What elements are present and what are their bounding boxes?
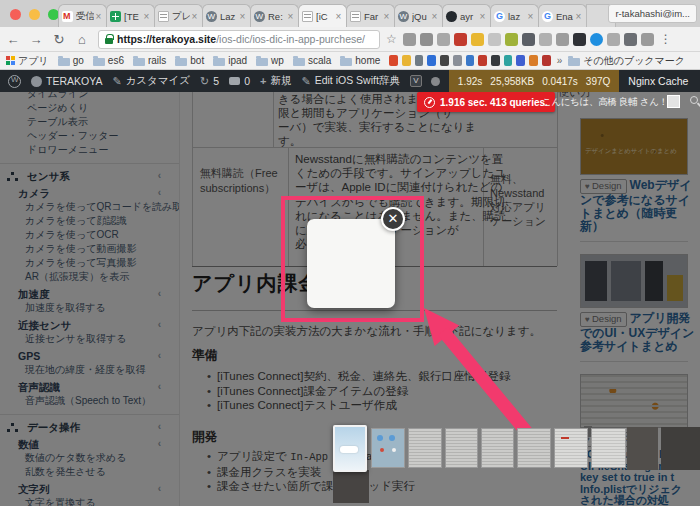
screenshot-thumbnail-selected[interactable]: [333, 425, 367, 472]
query-monitor-stats[interactable]: 1.92s 25,958KB 0.0417s 397Q: [449, 70, 619, 92]
plus-icon: [260, 75, 266, 87]
tab-close-icon[interactable]: [286, 12, 295, 21]
tab-active[interactable]: [iC: [298, 4, 347, 27]
bookmark-apps[interactable]: アプリ: [6, 54, 49, 68]
screen-icon[interactable]: [573, 33, 586, 46]
notes-icon[interactable]: [471, 33, 484, 46]
bookmark-folder-home[interactable]: home: [340, 55, 380, 66]
sitemap-icon[interactable]: [454, 33, 467, 46]
adminbar-comments[interactable]: 0: [229, 75, 250, 87]
tab-doc[interactable]: プレ: [154, 4, 203, 27]
tab-wordpress-1[interactable]: Laz: [202, 4, 251, 27]
query-monitor-badge[interactable]: 1.916 sec. 413 queries.: [417, 92, 555, 112]
screenshot-thumbnail[interactable]: [554, 428, 588, 468]
tab-google-1[interactable]: laz: [490, 4, 539, 27]
bookmark-favicon[interactable]: [415, 55, 424, 66]
grid-icon[interactable]: [556, 33, 569, 46]
tab-wordpress-3[interactable]: jQu: [394, 4, 443, 27]
history-icon[interactable]: [641, 33, 654, 46]
forward-button[interactable]: [26, 32, 46, 47]
elephant-icon[interactable]: [420, 33, 433, 46]
back-button[interactable]: [3, 32, 23, 47]
tab-close-icon[interactable]: [574, 12, 583, 21]
tab-close-icon[interactable]: [526, 12, 535, 21]
bookmark-favicon[interactable]: [504, 55, 513, 66]
cookie-icon[interactable]: [522, 33, 535, 46]
bookmark-folder-rails[interactable]: rails: [133, 55, 166, 66]
tab-gmail[interactable]: 受信: [58, 4, 107, 27]
screenshot-thumbnail[interactable]: [591, 428, 626, 468]
bookmark-favicon[interactable]: [402, 55, 411, 66]
bookmark-folder-ipad[interactable]: ipad: [213, 55, 247, 66]
tab-close-icon[interactable]: [430, 12, 439, 21]
bookmark-folder-bot[interactable]: bot: [175, 55, 204, 66]
plugin-v-badge-icon[interactable]: V: [410, 75, 422, 87]
bookmark-favicon[interactable]: [389, 55, 398, 66]
reload-button[interactable]: [49, 32, 69, 47]
bookmark-favicon[interactable]: [478, 55, 487, 66]
play-icon[interactable]: [607, 33, 620, 46]
avatar[interactable]: [667, 95, 680, 108]
tab-wordpress-2[interactable]: Re:: [250, 4, 299, 27]
screenshot-thumbnail[interactable]: [445, 428, 478, 468]
thumbnail-shadow: [627, 427, 658, 470]
adminbar-edit[interactable]: Edit iOS Swift辞典: [301, 74, 399, 88]
target-icon[interactable]: [505, 33, 518, 46]
tab-close-icon[interactable]: [190, 12, 199, 21]
camera-icon[interactable]: [437, 33, 450, 46]
adminbar-customize[interactable]: カスタマイズ: [112, 74, 190, 88]
address-bar[interactable]: https://terakoya.site/ios-dic/ios-dic-in…: [98, 30, 380, 49]
secure-lock-icon[interactable]: [105, 38, 113, 44]
screenshot-thumbnail[interactable]: [408, 428, 442, 468]
heart-icon[interactable]: [539, 33, 552, 46]
bookmark-favicon[interactable]: [529, 55, 538, 66]
lightbox-image: [307, 219, 395, 308]
messenger-icon[interactable]: [590, 33, 603, 46]
bookmarks-overflow-icon[interactable]: [557, 55, 563, 66]
bookmark-folder-wp[interactable]: wp: [256, 55, 284, 66]
screenshot-thumbnail[interactable]: [371, 428, 405, 468]
tab-close-icon[interactable]: [382, 12, 391, 21]
adminbar-new[interactable]: 新規: [260, 74, 291, 88]
tab-close-icon[interactable]: [94, 12, 103, 21]
bookmark-favicon[interactable]: [542, 55, 551, 66]
tab-close-icon[interactable]: [238, 12, 247, 21]
cloud-icon[interactable]: [624, 33, 637, 46]
wordpress-logo-icon[interactable]: [8, 75, 21, 88]
bookmark-favicon[interactable]: [453, 55, 462, 66]
tab-github[interactable]: ayr: [442, 4, 491, 27]
screenshot-thumbnail[interactable]: [481, 428, 514, 468]
bookmark-folder-go[interactable]: go: [58, 55, 84, 66]
screenshot-thumbnail[interactable]: [517, 428, 551, 468]
browser-menu-icon[interactable]: [660, 32, 672, 46]
search-icon[interactable]: [690, 96, 698, 104]
bookmark-favicon[interactable]: [466, 55, 475, 66]
close-icon[interactable]: [381, 207, 405, 231]
adminbar-greeting[interactable]: こんにちは、高橋 良輔 さん！: [542, 96, 668, 109]
bookmark-folder-es6[interactable]: es6: [93, 55, 124, 66]
pencil-icon: [112, 75, 121, 88]
bookmark-favicon[interactable]: [491, 55, 500, 66]
minimize-window-icon[interactable]: [29, 9, 40, 20]
bookmark-favicon[interactable]: [516, 55, 525, 66]
tab-doc-2[interactable]: Far: [346, 4, 395, 27]
other-bookmarks-folder[interactable]: その他のブックマーク: [568, 54, 685, 68]
tab-close-icon[interactable]: [142, 12, 151, 21]
bookmarks-bar: アプリ go es6 rails bot ipad wp scala home …: [0, 52, 700, 70]
browser-profile-chip[interactable]: r-takahashi@im...: [608, 4, 697, 23]
evernote-icon[interactable]: [403, 33, 416, 46]
adminbar-nginx-cache[interactable]: Nginx Cache: [628, 75, 688, 87]
bookmark-favicon[interactable]: [440, 55, 449, 66]
tab-close-icon[interactable]: [334, 12, 343, 21]
adminbar-updates[interactable]: 5: [200, 75, 219, 88]
bookmark-star-icon[interactable]: [386, 32, 397, 46]
screenshot-icon[interactable]: [488, 33, 501, 46]
home-button[interactable]: [72, 32, 92, 47]
tab-google-2[interactable]: Ena: [538, 4, 587, 27]
bookmark-folder-scala[interactable]: scala: [293, 55, 331, 66]
adminbar-site[interactable]: TERAKOYA: [31, 75, 102, 87]
close-window-icon[interactable]: [10, 9, 21, 20]
bookmark-favicon[interactable]: [427, 55, 436, 66]
tab-sheets[interactable]: [TE: [106, 4, 155, 27]
tab-close-icon[interactable]: [478, 12, 487, 21]
